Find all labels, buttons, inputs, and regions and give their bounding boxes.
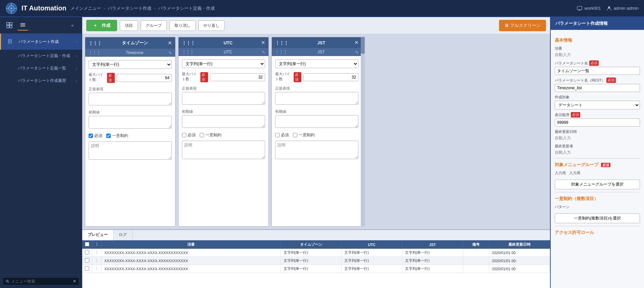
col-dots-header: ⋮ bbox=[92, 240, 102, 249]
rp-sheet-name-label: パラメータシート名 必須 bbox=[555, 60, 640, 66]
rp-target-select[interactable]: データシート パラメータシート bbox=[555, 101, 640, 109]
utc-required-checkbox-label[interactable]: 必須 bbox=[182, 132, 196, 138]
card-utc-type-select[interactable]: 文字列(単一行) bbox=[182, 59, 265, 68]
card-utc-regex-input[interactable] bbox=[182, 92, 265, 105]
card-timezone-regex-input[interactable] bbox=[89, 93, 172, 105]
card-utc-drag-sub-icon[interactable]: ⋮⋮⋮ bbox=[182, 50, 194, 54]
sidebar-item-param-history[interactable]: パラメータシート作成履歴 › bbox=[15, 75, 82, 87]
card-utc-initial-input[interactable] bbox=[182, 115, 265, 128]
sidebar-search-container: ✕ bbox=[3, 277, 79, 285]
card-jst-close-button[interactable]: ✕ bbox=[354, 40, 358, 45]
group-button[interactable]: グループ bbox=[141, 20, 167, 31]
jst-unique-checkbox-label[interactable]: 一意制約 bbox=[293, 132, 315, 138]
rp-sheet-name-field: パラメータシート名 必須 bbox=[555, 60, 640, 75]
breadcrumb-part2[interactable]: パラメータシート作成 bbox=[108, 5, 151, 11]
create-button[interactable]: ＋ 作成 bbox=[86, 20, 117, 31]
card-utc-required-checkbox[interactable] bbox=[182, 133, 186, 137]
rp-rest-name-input[interactable] bbox=[555, 84, 640, 92]
btn-select-unique[interactable]: 一意制約(複数項目)を選択 bbox=[555, 213, 640, 223]
vertical-scrollbar[interactable] bbox=[361, 37, 365, 227]
row-checkbox[interactable] bbox=[85, 266, 89, 271]
rp-item-no-label: 項番 bbox=[555, 46, 640, 51]
jst-unique-label: 一意制約 bbox=[299, 132, 315, 138]
sidebar-collapse-button[interactable]: « bbox=[67, 20, 78, 31]
field-initial-group: 初期値 bbox=[89, 110, 172, 130]
card-utc-desc-input[interactable] bbox=[182, 141, 265, 159]
cancel-button[interactable]: 取り消し bbox=[169, 20, 196, 31]
table-row: ⋮ XXXXXXXX-XXXX-XXXX-XXXX-XXXXXXXXXXXX 文… bbox=[82, 249, 550, 257]
sidebar-item-param-list[interactable]: パラメータシート定義一覧 › bbox=[15, 62, 82, 75]
rp-last-updater-field: 最終更新者 自動入力 bbox=[555, 144, 640, 155]
card-timezone-desc-input[interactable] bbox=[89, 141, 172, 160]
user-icon bbox=[606, 6, 612, 11]
col-checkbox-header bbox=[82, 240, 92, 249]
row-note-cell bbox=[463, 249, 489, 257]
search-clear-button[interactable]: ✕ bbox=[73, 279, 76, 284]
workspace-indicator: work001 bbox=[577, 6, 601, 11]
app-title: IT Automation bbox=[21, 4, 66, 12]
btn-select-menu-group[interactable]: 対象メニューグループを選択 bbox=[555, 180, 640, 189]
card-jst-initial-input[interactable] bbox=[275, 115, 358, 128]
card-utc-subheader: ⋮⋮⋮ UTC ⤡ bbox=[179, 48, 268, 56]
card-timezone-maxbytes-input[interactable] bbox=[117, 74, 172, 82]
rp-divider-3 bbox=[555, 226, 640, 226]
rp-display-order-field: 表示順序 必須 bbox=[555, 112, 640, 127]
sidebar-item-param-create[interactable]: パラメータシート作成 › bbox=[0, 34, 82, 50]
row-menu-cell[interactable]: ⋮ bbox=[92, 265, 102, 273]
card-utc-drag-icon[interactable]: ⋮⋮⋮ bbox=[182, 40, 195, 45]
utc-unique-label: 一意制約 bbox=[205, 132, 221, 138]
card-timezone-required-checkbox[interactable] bbox=[89, 134, 93, 138]
sidebar-param-list-arrow: › bbox=[76, 66, 77, 71]
card-drag-sub-icon[interactable]: ⋮⋮⋮ bbox=[89, 50, 101, 55]
card-utc-expand-icon[interactable]: ⤡ bbox=[262, 50, 265, 54]
required-checkbox-label[interactable]: 必須 bbox=[89, 133, 102, 139]
rp-display-order-input[interactable] bbox=[555, 118, 640, 127]
tab-preview[interactable]: プレビュー bbox=[82, 230, 113, 240]
card-jst-expand-icon[interactable]: ⤡ bbox=[355, 50, 358, 54]
card-timezone-type-select[interactable]: 文字列(単一行) 文字列(複数行) 整数 小数 bbox=[89, 60, 172, 69]
card-jst-type-select[interactable]: 文字列(単一行) bbox=[275, 59, 358, 68]
card-jst-desc-input[interactable] bbox=[275, 141, 358, 159]
breadcrumb-part1[interactable]: メインメニュー bbox=[70, 5, 101, 11]
row-checkbox-cell bbox=[82, 249, 92, 257]
utc-unique-checkbox-label[interactable]: 一意制約 bbox=[200, 132, 221, 138]
tab-log[interactable]: ログ bbox=[113, 230, 133, 240]
unique-checkbox-label[interactable]: 一意制約 bbox=[106, 133, 128, 139]
required-label: 必須 bbox=[94, 133, 102, 139]
sidebar-item-param-history-label: パラメータシート作成履歴 bbox=[18, 78, 66, 84]
jst-required-checkbox-label[interactable]: 必須 bbox=[275, 132, 289, 138]
card-drag-handle-icon[interactable]: ⋮⋮⋮ bbox=[89, 41, 102, 46]
search-input[interactable] bbox=[11, 279, 71, 284]
row-checkbox[interactable] bbox=[85, 258, 89, 262]
card-utc-close-button[interactable]: ✕ bbox=[261, 40, 265, 45]
card-jst-required-checkbox[interactable] bbox=[275, 133, 280, 137]
utc-desc-group bbox=[182, 141, 265, 160]
sidebar-item-param-def[interactable]: パラメータシート定義・作成 › bbox=[15, 50, 82, 62]
card-timezone-initial-input[interactable] bbox=[89, 116, 172, 129]
card-jst-regex-input[interactable] bbox=[275, 92, 358, 105]
card-utc-maxbytes-input[interactable] bbox=[210, 73, 265, 81]
fullscreen-button[interactable]: 🖥 フルスクリーン bbox=[499, 20, 546, 31]
row-checkbox[interactable] bbox=[85, 250, 89, 254]
col-jst-header: JST bbox=[402, 240, 463, 249]
card-timezone: ⋮⋮⋮ タイムゾーン ✕ ⋮⋮⋮ Timezone ⤡ bbox=[85, 37, 176, 227]
card-timezone-unique-checkbox[interactable] bbox=[106, 134, 111, 138]
card-utc-unique-checkbox[interactable] bbox=[200, 133, 204, 137]
card-timezone-close-button[interactable]: ✕ bbox=[168, 40, 172, 46]
sidebar-grid-view-button[interactable] bbox=[4, 20, 15, 31]
row-menu-cell[interactable]: ⋮ bbox=[92, 257, 102, 265]
item-button[interactable]: 項目 bbox=[120, 20, 138, 31]
row-menu-cell[interactable]: ⋮ bbox=[92, 249, 102, 257]
sheet-cards-area: ⋮⋮⋮ タイムゾーン ✕ ⋮⋮⋮ Timezone ⤡ bbox=[82, 34, 550, 229]
vertical-scroll-thumb[interactable] bbox=[361, 37, 365, 54]
card-jst-unique-checkbox[interactable] bbox=[293, 133, 297, 137]
rp-sheet-name-input[interactable] bbox=[555, 67, 640, 75]
redo-button[interactable]: やり直し bbox=[198, 20, 225, 31]
select-all-checkbox[interactable] bbox=[85, 242, 89, 246]
card-jst-drag-icon[interactable]: ⋮⋮⋮ bbox=[275, 40, 288, 45]
card-jst-drag-sub-icon[interactable]: ⋮⋮⋮ bbox=[275, 50, 287, 54]
card-jst-maxbytes-input[interactable] bbox=[303, 73, 358, 81]
card-sub-expand-icon[interactable]: ⤡ bbox=[168, 50, 172, 55]
sidebar-list-view-button[interactable] bbox=[17, 20, 28, 31]
sidebar-item-param-create-label: パラメータシート作成 bbox=[18, 39, 59, 45]
